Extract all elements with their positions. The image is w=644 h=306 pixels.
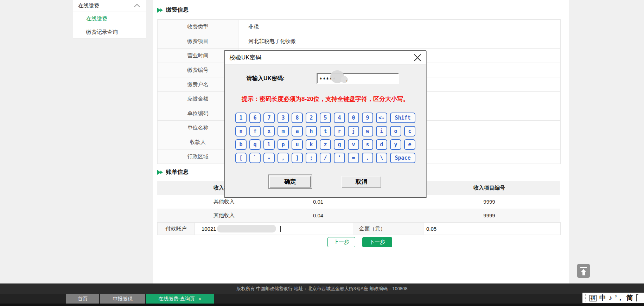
bill-info-section-title: 账单信息 [157,168,189,176]
shift-key[interactable]: Shift [390,113,415,123]
key[interactable]: r [334,126,345,136]
ime-punctuation-icon[interactable]: ’， [615,293,624,302]
key[interactable]: ` [249,153,261,163]
password-row: 请输入UK密码: ***** , [225,73,426,84]
tab-close-icon[interactable]: × [198,296,201,302]
key[interactable]: 5 [320,113,331,123]
payment-account-row: 付款账户 10021 金额（元） 0.05 [157,222,561,235]
key[interactable]: p [278,139,289,150]
ime-chinese-mode-icon[interactable]: 中 [599,293,606,302]
key[interactable]: x [263,126,275,136]
copyright-text: 版权所有 中国邮政储蓄银行 地址：北京市西城区金融大街3号A座 邮政编码：100… [236,286,407,292]
key[interactable]: y [390,139,401,150]
tab-label: 在线缴费-查询页 [159,296,195,302]
key[interactable]: v [348,139,359,150]
key[interactable]: s [362,139,373,150]
key[interactable]: f [249,126,261,136]
account-number-prefix: 10021 [202,226,216,232]
key[interactable]: l [263,139,275,150]
sidebar-group-online-payment[interactable]: 在线缴费 [73,0,146,12]
tab-online-payment-query[interactable]: 在线缴费-查询页 × [146,294,214,304]
sidebar-group-label: 在线缴费 [78,2,99,9]
key[interactable]: j [348,126,359,136]
key[interactable]: g [334,139,345,150]
key[interactable]: ; [306,153,317,163]
tab-declare-tax[interactable]: 申报缴税 [100,294,145,304]
key[interactable]: 2 [306,113,317,123]
key[interactable]: z [320,139,331,150]
payment-account-value[interactable]: 10021 [195,223,353,235]
ime-pinyin-icon[interactable]: 拼 [589,295,597,301]
next-step-button[interactable]: 下一步 [362,237,392,247]
key[interactable]: ' [334,153,345,163]
taskbar: 首页 申报缴税 在线缴费-查询页 × [0,294,644,306]
uk-password-dialog: 校验UK密码 请输入UK密码: ***** , 提示：密码长度必须为8-20位，… [224,50,426,198]
footer: 版权所有 中国邮政储蓄银行 地址：北京市西城区金融大街3号A座 邮政编码：100… [0,283,644,294]
key[interactable]: w [362,126,373,136]
ok-button[interactable]: 确定 [269,176,311,187]
keyboard-row: 1 6 7 3 8 2 5 4 0 9 <- Shift [235,113,417,123]
key[interactable]: n [235,126,247,136]
key[interactable]: 7 [263,113,275,123]
key[interactable]: [ [235,153,247,163]
row-label: 收费类型 [158,20,238,34]
key[interactable]: d [376,139,387,150]
scroll-to-top-button[interactable] [577,264,590,278]
sidebar-item-payment-records[interactable]: 缴费记录查询 [73,25,146,39]
key[interactable]: i [376,126,387,136]
sidebar: 在线缴费 在线缴费 缴费记录查询 [73,0,146,39]
section-arrow-icon [157,170,163,175]
table-row: 其他收入 0.04 9999 [157,209,560,222]
key[interactable]: e [404,139,415,150]
key[interactable]: k [306,139,317,150]
key[interactable]: b [235,139,247,150]
key[interactable]: 1 [235,113,247,123]
sidebar-item-online-payment[interactable]: 在线缴费 [73,12,146,25]
income-code: 9999 [419,195,560,209]
tab-home[interactable]: 首页 [66,294,99,304]
income-code: 9999 [419,209,560,222]
key[interactable]: 0 [348,113,359,123]
bill-info-title: 账单信息 [166,168,189,176]
close-icon[interactable] [414,54,421,62]
section-arrow-icon [157,8,163,13]
key[interactable]: \ [376,153,387,163]
prev-step-button[interactable]: 上一步 [327,237,355,247]
key[interactable]: 9 [362,113,373,123]
key[interactable]: u [292,139,303,150]
key[interactable]: 3 [278,113,289,123]
key[interactable]: 6 [249,113,261,123]
cancel-button[interactable]: 取消 [342,176,381,187]
key[interactable]: t [320,126,331,136]
key[interactable]: ] [292,153,303,163]
income-item: 其他收入 [157,209,291,222]
chevron-up-icon [134,4,140,9]
account-redaction-blob [217,225,276,232]
key[interactable]: / [320,153,331,163]
key[interactable]: - [263,153,275,163]
ime-drag-handle[interactable] [585,294,587,301]
payment-account-label: 付款账户 [158,223,195,235]
key[interactable]: a [292,126,303,136]
virtual-keyboard: 1 6 7 3 8 2 5 4 0 9 <- Shift n f x m a h… [235,113,417,166]
ime-toolbar: 拼 中 ♪ ’， 简 [582,293,644,303]
keyboard-row: n f x m a h t r j w i o c [235,126,417,136]
key[interactable]: h [306,126,317,136]
tab-label: 申报缴税 [113,296,133,302]
space-key[interactable]: Space [390,153,415,163]
ime-simplified-icon[interactable]: 简 [626,293,633,302]
uk-password-input[interactable]: ***** [317,73,399,84]
key[interactable]: 8 [292,113,303,123]
key[interactable]: , [278,153,289,163]
key[interactable]: 4 [334,113,345,123]
ime-halfwidth-icon[interactable]: ♪ [609,294,612,302]
key[interactable]: q [249,139,261,150]
backspace-key[interactable]: <- [376,113,387,123]
dialog-title-bar: 校验UK密码 [225,51,426,64]
key[interactable]: c [404,126,415,136]
key[interactable]: m [278,126,289,136]
key[interactable]: = [348,153,359,163]
password-trailing-mark: , [346,76,347,82]
key[interactable]: o [390,126,401,136]
key[interactable]: . [362,153,373,163]
